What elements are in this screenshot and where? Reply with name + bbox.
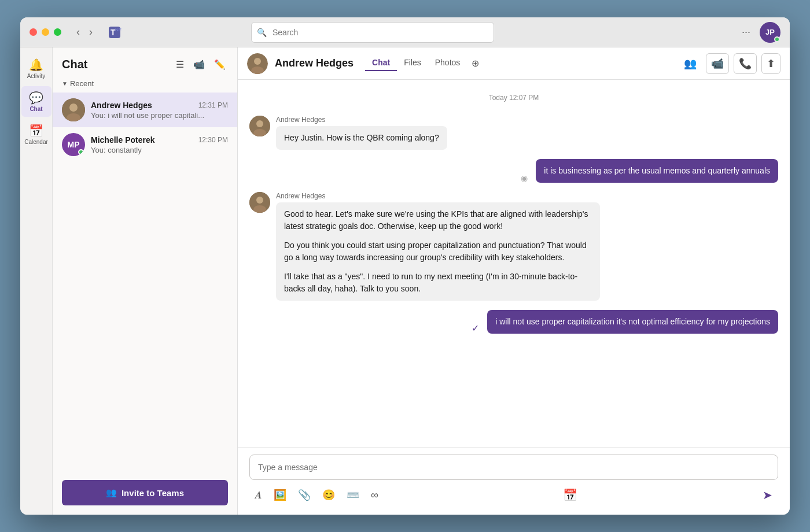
message-group-4: i will not use proper capitalization it'…: [249, 310, 778, 334]
svg-point-13: [256, 197, 263, 204]
minimize-button[interactable]: [42, 28, 49, 36]
titlebar: ‹ › T NEW 🔍 ··· JP: [20, 17, 790, 47]
msg-sender-3: Andrew Hedges: [276, 192, 600, 200]
svg-text:NEW: NEW: [115, 27, 122, 32]
search-bar: 🔍: [251, 22, 494, 43]
video-call-button[interactable]: 📹: [706, 53, 729, 74]
format-button[interactable]: 𝑨: [251, 486, 267, 505]
messages-area: Today 12:07 PM Andrew Hedges Hey Justin.…: [238, 80, 790, 447]
date-divider: Today 12:07 PM: [249, 94, 778, 102]
chat-item-andrew-hedges[interactable]: Andrew Hedges 12:31 PM You: i will not u…: [53, 93, 237, 127]
avatar-michelle-poterek: MP: [62, 133, 85, 156]
close-button[interactable]: [30, 28, 37, 36]
user-avatar[interactable]: JP: [760, 22, 780, 43]
teams-logo-icon: T NEW: [105, 23, 124, 42]
contact-name-andrew: Andrew Hedges: [91, 101, 152, 110]
recent-section: ▼ Recent: [53, 77, 237, 93]
filter-button[interactable]: ☰: [174, 57, 186, 72]
calendar-icon: 📅: [29, 124, 43, 138]
message-group-2: it is businessing as per the usual memos…: [249, 159, 778, 183]
sidebar: 🔔 Activity 💬 Chat 📅 Calendar: [20, 47, 53, 515]
chat-main: Andrew Hedges Chat Files Photos ⊕ 👥 📹 📞 …: [238, 47, 790, 515]
message-time-michelle: 12:30 PM: [198, 136, 228, 144]
msg-para-2: Do you think you could start using prope…: [284, 239, 592, 264]
app-window: ‹ › T NEW 🔍 ··· JP 🔔 Acti: [20, 17, 790, 515]
message-group-1: Andrew Hedges Hey Justin. How is the QBR…: [249, 116, 778, 150]
input-toolbar: 𝑨 🖼️ 📎 😊 ⌨️ ∞ 📅 ➤: [249, 480, 778, 505]
sidebar-item-chat-label: Chat: [30, 106, 42, 112]
message-preview-michelle: You: constantly: [91, 146, 228, 154]
invite-to-teams-button[interactable]: 👥 Invite to Teams: [62, 480, 228, 505]
msg-para-3: I'll take that as a "yes". I need to run…: [284, 271, 592, 295]
activity-icon: 🔔: [29, 58, 43, 72]
send-button[interactable]: ➤: [758, 485, 777, 505]
msg-bubble-1: Hey Justin. How is the QBR coming along?: [276, 126, 447, 150]
msg-content-4: i will not use proper capitalization it'…: [487, 310, 778, 334]
search-icon: 🔍: [257, 28, 267, 37]
msg-content-2: it is businessing as per the usual memos…: [536, 159, 778, 183]
online-status-dot-mp: [78, 149, 84, 155]
audio-call-button[interactable]: 📞: [734, 53, 757, 74]
sidebar-item-calendar-label: Calendar: [24, 139, 48, 145]
app-body: 🔔 Activity 💬 Chat 📅 Calendar Chat ☰ 📹 ✏️: [20, 47, 790, 515]
tab-photos[interactable]: Photos: [428, 56, 467, 71]
chat-icon: 💬: [29, 91, 43, 105]
attach-button[interactable]: 📎: [293, 485, 315, 505]
new-chat-button[interactable]: ✏️: [212, 57, 228, 72]
sidebar-item-chat[interactable]: 💬 Chat: [21, 86, 51, 117]
msg-avatar-andrew-3: [249, 192, 270, 213]
traffic-lights: [30, 28, 61, 36]
video-button[interactable]: 📹: [191, 57, 207, 72]
msg-bubble-3: Good to hear. Let's make sure we're usin…: [276, 202, 600, 301]
message-input[interactable]: [249, 455, 778, 480]
emoji-button[interactable]: 😊: [318, 485, 340, 505]
invite-icon: 👥: [106, 487, 117, 498]
keyboard-button[interactable]: ⌨️: [342, 485, 364, 505]
svg-point-7: [254, 58, 261, 65]
image-button[interactable]: 🖼️: [269, 485, 291, 505]
msg-content-1: Andrew Hedges Hey Justin. How is the QBR…: [276, 116, 447, 150]
contact-name-michelle: Michelle Poterek: [91, 135, 155, 145]
chat-list-title: Chat: [62, 58, 87, 71]
msg-content-3: Andrew Hedges Good to hear. Let's make s…: [276, 192, 600, 301]
chat-header-name: Andrew Hedges: [275, 57, 354, 69]
online-status-dot: [774, 36, 780, 42]
share-button[interactable]: ⬆: [761, 53, 780, 74]
add-tab-button[interactable]: ⊕: [467, 56, 484, 71]
chat-tabs: Chat Files Photos ⊕: [365, 56, 484, 71]
sidebar-item-activity-label: Activity: [27, 73, 46, 79]
more-options-button[interactable]: ···: [742, 26, 750, 38]
invite-button-wrap: 👥 Invite to Teams: [53, 471, 237, 515]
recent-label[interactable]: ▼ Recent: [62, 79, 228, 88]
avatar-andrew-hedges: [62, 98, 85, 121]
nav-forward-button[interactable]: ›: [86, 25, 96, 39]
schedule-send-button[interactable]: 📅: [558, 485, 582, 505]
sidebar-item-calendar[interactable]: 📅 Calendar: [21, 119, 51, 150]
search-input[interactable]: [251, 22, 494, 43]
message-preview-andrew: You: i will not use proper capitali...: [91, 111, 228, 120]
loop-button[interactable]: ∞: [366, 486, 383, 505]
chat-list-actions: ☰ 📹 ✏️: [174, 57, 228, 72]
chat-header-avatar: [247, 53, 268, 74]
chat-list-header: Chat ☰ 📹 ✏️: [53, 47, 237, 77]
msg-para-1: Good to hear. Let's make sure we're usin…: [284, 208, 592, 232]
participants-button[interactable]: 👥: [679, 54, 701, 73]
nav-buttons: ‹ ›: [73, 25, 96, 39]
sidebar-item-activity[interactable]: 🔔 Activity: [21, 53, 51, 84]
chat-item-michelle-poterek[interactable]: MP Michelle Poterek 12:30 PM You: consta…: [53, 127, 237, 162]
msg-bubble-4: i will not use proper capitalization it'…: [487, 310, 778, 334]
chat-list-panel: Chat ☰ 📹 ✏️ ▼ Recent: [53, 47, 238, 515]
maximize-button[interactable]: [54, 28, 61, 36]
msg-status-4: ✓: [472, 323, 479, 334]
invite-label: Invite to Teams: [122, 488, 184, 498]
chat-item-body-michelle: Michelle Poterek 12:30 PM You: constantl…: [91, 135, 228, 154]
msg-bubble-2: it is businessing as per the usual memos…: [536, 159, 778, 183]
tab-files[interactable]: Files: [397, 56, 428, 71]
chevron-down-icon: ▼: [62, 80, 68, 87]
chat-item-body-andrew: Andrew Hedges 12:31 PM You: i will not u…: [91, 101, 228, 120]
msg-sender-1: Andrew Hedges: [276, 116, 447, 124]
nav-back-button[interactable]: ‹: [73, 25, 83, 39]
message-time-andrew: 12:31 PM: [198, 101, 228, 109]
tab-chat[interactable]: Chat: [365, 56, 397, 71]
msg-status-2: ◉: [521, 173, 528, 183]
